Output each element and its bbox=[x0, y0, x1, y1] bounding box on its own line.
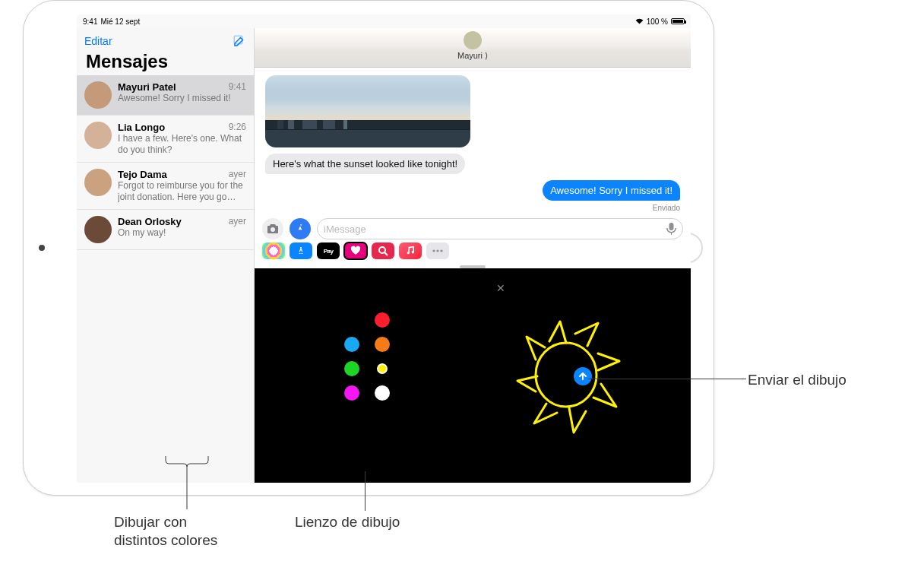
avatar bbox=[84, 81, 112, 109]
color-green[interactable] bbox=[344, 361, 359, 376]
sent-bubble[interactable]: Awesome! Sorry I missed it! bbox=[543, 180, 680, 201]
status-date: Mié 12 sept bbox=[100, 17, 140, 26]
drawing-canvas[interactable]: ✕ bbox=[490, 277, 642, 471]
chat-pane: Mayuri ⟩ Here's what the sunset looked l… bbox=[255, 28, 691, 483]
heart-fingers-icon bbox=[350, 246, 362, 256]
arrow-up-icon bbox=[578, 371, 588, 382]
music-icon bbox=[406, 246, 415, 256]
messages-list: Here's what the sunset looked like tonig… bbox=[255, 68, 691, 215]
conversation-time: ayer bbox=[229, 169, 246, 180]
camera-icon bbox=[267, 223, 279, 234]
svg-point-1 bbox=[379, 247, 385, 253]
camera-button[interactable] bbox=[262, 218, 283, 239]
app-photos[interactable] bbox=[262, 242, 285, 259]
wifi-icon bbox=[635, 18, 644, 24]
conversation-preview: On my way! bbox=[118, 227, 246, 239]
conversation-name: Lia Longo bbox=[118, 122, 165, 133]
avatar bbox=[84, 122, 112, 149]
appstore-icon bbox=[296, 246, 306, 256]
conversation-preview: Awesome! Sorry I missed it! bbox=[118, 93, 246, 104]
microphone-icon[interactable] bbox=[666, 222, 676, 236]
color-palette bbox=[344, 312, 391, 401]
chat-header[interactable]: Mayuri ⟩ bbox=[255, 28, 691, 68]
app-store[interactable] bbox=[290, 242, 312, 259]
compose-row: iMessage bbox=[255, 215, 691, 242]
callout-line bbox=[588, 379, 746, 379]
battery-icon bbox=[671, 18, 685, 24]
conversation-name: Mayuri Patel bbox=[118, 81, 176, 93]
conversation-name: Tejo Dama bbox=[118, 169, 167, 180]
status-bar: 9:41 Mié 12 sept 100 % bbox=[77, 14, 691, 28]
ellipsis-icon bbox=[432, 249, 444, 253]
received-photo[interactable] bbox=[265, 75, 470, 147]
battery-percent: 100 % bbox=[647, 17, 668, 26]
conversation-time: 9:41 bbox=[229, 81, 246, 93]
message-input[interactable]: iMessage bbox=[317, 218, 683, 239]
front-camera-icon bbox=[39, 245, 45, 251]
conversation-preview: Forgot to reimburse you for the joint do… bbox=[118, 180, 246, 203]
conversation-item[interactable]: Mayuri Patel9:41Awesome! Sorry I missed … bbox=[77, 75, 254, 116]
conversation-time: ayer bbox=[229, 216, 246, 227]
app-strip: Pay bbox=[255, 242, 691, 264]
app-music[interactable] bbox=[399, 242, 422, 259]
ipad-device-frame: 9:41 Mié 12 sept 100 % Editar Mensajes M… bbox=[23, 0, 714, 496]
app-images[interactable] bbox=[372, 242, 394, 259]
conversation-item[interactable]: Dean OrloskyayerOn my way! bbox=[77, 210, 254, 250]
avatar bbox=[84, 216, 112, 243]
status-time: 9:41 bbox=[83, 17, 97, 26]
app-drawer-button[interactable] bbox=[290, 218, 311, 239]
conversations-sidebar: Editar Mensajes Mayuri Patel9:41Awesome!… bbox=[77, 28, 255, 483]
color-red[interactable] bbox=[375, 312, 390, 328]
color-orange[interactable] bbox=[375, 337, 390, 352]
conversation-time: 9:26 bbox=[229, 122, 246, 133]
avatar bbox=[84, 169, 112, 196]
color-magenta[interactable] bbox=[344, 385, 359, 401]
svg-point-2 bbox=[432, 249, 435, 252]
chat-contact-name: Mayuri ⟩ bbox=[457, 51, 488, 61]
search-icon bbox=[378, 246, 388, 256]
svg-point-4 bbox=[440, 249, 442, 252]
avatar bbox=[464, 31, 482, 49]
page-title: Mensajes bbox=[77, 51, 254, 75]
app-more[interactable] bbox=[426, 242, 449, 259]
edit-button[interactable]: Editar bbox=[84, 35, 112, 47]
app-digital-touch[interactable] bbox=[344, 242, 367, 259]
sun-drawing bbox=[490, 277, 642, 471]
conversation-preview: I have a few. Here's one. What do you th… bbox=[118, 133, 246, 156]
callout-line bbox=[365, 471, 365, 511]
svg-point-3 bbox=[436, 249, 438, 252]
conversation-name: Dean Orlosky bbox=[118, 216, 182, 227]
callout-bracket bbox=[163, 456, 211, 511]
appstore-icon bbox=[295, 223, 305, 234]
close-canvas-button[interactable]: ✕ bbox=[496, 282, 505, 294]
callout-canvas: Lienzo de dibujo bbox=[295, 513, 400, 531]
compose-button[interactable] bbox=[233, 34, 246, 48]
message-placeholder: iMessage bbox=[324, 223, 366, 235]
screen: 9:41 Mié 12 sept 100 % Editar Mensajes M… bbox=[77, 14, 691, 483]
callout-send-drawing: Enviar el dibujo bbox=[748, 371, 846, 389]
color-cyan[interactable] bbox=[344, 337, 359, 352]
conversation-item[interactable]: Lia Longo9:26I have a few. Here's one. W… bbox=[77, 116, 254, 163]
sent-status: Enviado bbox=[653, 204, 680, 212]
received-bubble[interactable]: Here's what the sunset looked like tonig… bbox=[265, 154, 465, 174]
callout-palette: Dibujar con distintos colores bbox=[114, 513, 217, 550]
color-yellow-selected[interactable] bbox=[375, 361, 390, 376]
color-white[interactable] bbox=[375, 385, 390, 401]
conversation-item[interactable]: Tejo DamaayerForgot to reimburse you for… bbox=[77, 163, 254, 210]
send-drawing-button[interactable] bbox=[574, 367, 592, 385]
app-apple-pay[interactable]: Pay bbox=[317, 242, 340, 259]
digital-touch-panel: ✕ bbox=[255, 268, 691, 483]
